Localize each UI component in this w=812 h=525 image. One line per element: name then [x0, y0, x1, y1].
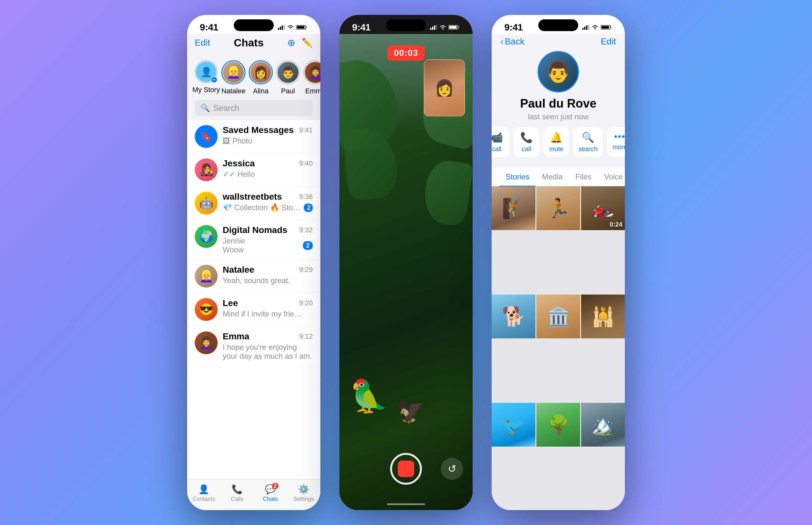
record-timer: 00:03 — [388, 45, 425, 61]
profile-avatar-icon: 👨 — [546, 60, 571, 84]
tab-contacts[interactable]: 👤 Contacts — [187, 484, 220, 502]
story-item-mystory[interactable]: 👤 + My Story — [195, 60, 218, 95]
chat-name-jessica: Jessica — [223, 159, 255, 168]
chat-preview-lee: Mind if I invite my friend? — [223, 310, 305, 318]
chat-name-row-saved: Saved Messages 9:41 — [223, 125, 313, 135]
chat-item-jessica[interactable]: 👩‍🎤 Jessica 9:40 ✓✓ Hello — [187, 153, 321, 186]
dynamic-island-3 — [538, 19, 578, 31]
svg-rect-7 — [430, 28, 431, 30]
photo-cell-5[interactable]: 🏛️ — [536, 295, 580, 339]
chat-time-natalee: 9:29 — [299, 266, 313, 274]
photo-cell-9[interactable]: 🏔️ — [581, 403, 625, 447]
signal-icon-3 — [582, 25, 589, 30]
pip-video[interactable]: 👩 — [424, 59, 465, 117]
chat-time-wsb: 9:38 — [299, 193, 313, 201]
tab-settings[interactable]: ⚙️ Settings — [287, 484, 321, 502]
natalee-avatar: 👱‍♀️ — [195, 265, 218, 288]
photo-cell-1[interactable]: 🧗 — [491, 186, 535, 230]
photo-cell-3[interactable]: 🏍️ 0:24 — [581, 186, 625, 230]
chats-screen: Edit Chats ⊕ ✏️ 👤 + My St — [187, 34, 321, 510]
chats-badge-wrap: 💬 2 — [265, 484, 276, 495]
chat-info-jessica: Jessica 9:40 ✓✓ Hello — [223, 159, 313, 179]
story-item-alina[interactable]: 👩 Alina — [249, 60, 272, 95]
svg-rect-9 — [434, 25, 435, 30]
svg-rect-3 — [284, 25, 285, 30]
action-mute[interactable]: 🔔 mute — [544, 127, 569, 157]
search-bar[interactable]: 🔍 Search — [195, 100, 313, 116]
stories-row: 👤 + My Story 👱‍♀️ Natalee — [187, 57, 321, 100]
search-input[interactable]: Search — [213, 103, 239, 113]
chat-item-emma[interactable]: 👩‍🦱 Emma 9:12 I hope you're enjoying you… — [187, 326, 321, 366]
chat-item-saved[interactable]: 🔖 Saved Messages 9:41 🖼 Photo — [187, 120, 321, 153]
chat-name-row-jessica: Jessica 9:40 — [223, 159, 313, 168]
action-video-call[interactable]: 📹 call — [491, 127, 510, 157]
profile-header: ‹ Back Edit 👨 Paul du Rove last seen jus… — [491, 34, 625, 168]
battery-icon-2 — [449, 25, 460, 30]
action-more[interactable]: ••• more — [607, 127, 625, 157]
chat-item-wsb[interactable]: 🤖 wallstreetbets 9:38 💎 Collection 🔥 Sto… — [187, 186, 321, 220]
chat-preview-row-emma: I hope you're enjoying your day as much … — [223, 343, 313, 361]
story-natalee-label: Natalee — [221, 87, 246, 95]
chat-preview-row-nomads: JennieWoow 2 — [223, 237, 313, 254]
photo-cell-7[interactable]: 🐦 — [491, 403, 535, 447]
chat-preview-row-saved: 🖼 Photo — [223, 136, 313, 145]
tab-bar: 👤 Contacts 📞 Calls 💬 2 Chats ⚙️ Settings — [187, 479, 321, 510]
saved-messages-avatar: 🔖 — [195, 125, 218, 148]
camera-screen: 🦜 🦅 👩 00:03 ↺ — [339, 34, 473, 510]
profile-avatar: 👨 — [537, 51, 579, 92]
chat-item-lee[interactable]: 😎 Lee 9:20 Mind if I invite my friend? — [187, 293, 321, 326]
tab-files[interactable]: Files — [569, 168, 598, 186]
photo-bg-4: 🐕 — [491, 295, 535, 339]
tab-media[interactable]: Media — [536, 168, 569, 186]
photo-cell-6[interactable]: 🕌 — [581, 295, 625, 339]
record-indicator — [398, 461, 414, 477]
story-item-paul[interactable]: 👨 Paul — [277, 60, 299, 95]
flip-camera-button[interactable]: ↺ — [441, 458, 463, 480]
phone-camera: 9:41 — [339, 15, 473, 510]
chat-name-nomads: Digital Nomads — [223, 225, 287, 235]
voice-call-label: call — [522, 145, 531, 153]
action-search[interactable]: 🔍 search — [574, 127, 603, 157]
chat-info-saved: Saved Messages 9:41 🖼 Photo — [223, 125, 313, 145]
tab-stories[interactable]: Stories — [499, 168, 536, 186]
chat-item-natalee[interactable]: 👱‍♀️ Natalee 9:29 Yeah, sounds great. — [187, 260, 321, 293]
profile-name: Paul du Rove — [520, 97, 597, 110]
back-button[interactable]: ‹ Back — [501, 36, 525, 47]
svg-rect-10 — [436, 25, 437, 30]
tab-chats[interactable]: 💬 2 Chats — [254, 484, 287, 502]
photo-cell-8[interactable]: 🌳 — [536, 403, 580, 447]
photo-grid: 🧗 🏃 🏍️ 0:24 🐕 — [491, 186, 625, 510]
add-story-icon[interactable]: + — [210, 76, 218, 83]
back-label[interactable]: Back — [505, 36, 524, 47]
settings-icon: ⚙️ — [298, 484, 309, 495]
story-item-emma[interactable]: 👩‍🦱 Emma — [304, 60, 321, 95]
back-chevron-icon: ‹ — [501, 36, 503, 47]
settings-label: Settings — [293, 496, 314, 502]
story-alina-label: Alina — [253, 87, 269, 95]
photo-cell-2[interactable]: 🏃 — [536, 186, 580, 230]
chats-badge: 2 — [272, 483, 279, 489]
profile-edit-button[interactable]: Edit — [601, 36, 616, 47]
photo-bg-6: 🕌 — [581, 295, 625, 339]
compose-icon[interactable]: ✏️ — [302, 38, 313, 48]
chat-name-row-wsb: wallstreetbets 9:38 — [223, 192, 313, 202]
chat-item-nomads[interactable]: 🌍 Digital Nomads 9:32 JennieWoow 2 — [187, 220, 321, 260]
svg-rect-14 — [449, 26, 457, 29]
edit-button[interactable]: Edit — [195, 38, 210, 48]
flip-camera-icon: ↺ — [448, 463, 456, 475]
search-profile-label: search — [579, 145, 597, 153]
status-time-3: 9:41 — [504, 22, 523, 33]
compose-plus-icon[interactable]: ⊕ — [287, 37, 295, 48]
action-voice-call[interactable]: 📞 call — [514, 127, 539, 157]
tab-calls[interactable]: 📞 Calls — [220, 484, 254, 502]
svg-rect-22 — [602, 26, 609, 29]
chat-time-lee: 9:20 — [299, 299, 313, 307]
story-item-natalee[interactable]: 👱‍♀️ Natalee — [222, 60, 245, 95]
photo-cell-4[interactable]: 🐕 — [491, 295, 535, 339]
tab-voice[interactable]: Voice — [598, 168, 625, 186]
profile-nav: ‹ Back Edit — [501, 36, 616, 47]
video-call-label: call — [492, 145, 501, 153]
record-button[interactable] — [390, 453, 422, 485]
svg-rect-0 — [278, 28, 279, 30]
chat-preview-row-lee: Mind if I invite my friend? — [223, 310, 313, 318]
